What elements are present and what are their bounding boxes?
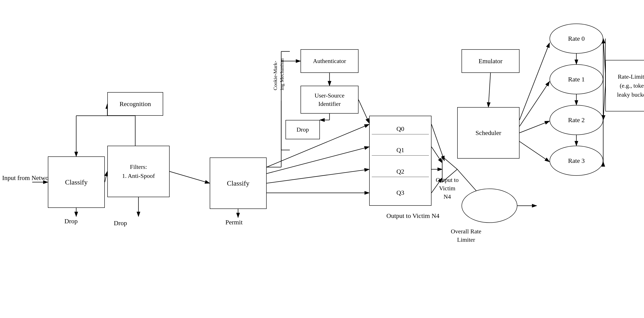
svg-line-36 [520, 81, 550, 127]
svg-line-22 [358, 100, 369, 123]
q1-label: Q1 [372, 145, 429, 156]
svg-line-24 [266, 147, 369, 173]
queues-box: Q0 Q1 Q2 Q3 [369, 116, 432, 206]
diagram-container: Input from Network Classify Drop Filters… [0, 0, 644, 318]
rate-limiter-box: Rate-Limiter(e.g., tokenleaky bucket) [605, 60, 644, 111]
drop1-label: Drop [64, 217, 78, 225]
q2-label: Q2 [372, 166, 429, 177]
rate0-ellipse: Rate 0 [550, 23, 603, 54]
svg-line-34 [488, 73, 490, 107]
input-network-label: Input from Network [2, 173, 54, 182]
svg-line-28 [432, 147, 442, 163]
rate2-ellipse: Rate 2 [550, 105, 603, 135]
svg-line-37 [520, 121, 550, 133]
svg-line-27 [432, 124, 444, 161]
output-victim-label: Output toVictimN4 [436, 176, 459, 201]
svg-line-39 [603, 39, 605, 73]
svg-line-38 [520, 142, 550, 162]
authenticator-box: Authenticator [300, 49, 358, 73]
svg-line-3 [105, 171, 107, 182]
scheduler-box: Scheduler [457, 107, 520, 159]
cookie-marking-label: Cookie-Mark-ing Mechanism [272, 69, 285, 90]
drop2-label: Permit [226, 219, 242, 226]
overall-limiter-ellipse [462, 188, 517, 223]
q0-label: Q0 [372, 123, 429, 134]
classify1-box: Classify [48, 157, 105, 208]
svg-line-40 [603, 86, 605, 120]
drop-box: Drop [286, 120, 320, 139]
filters-box: Filters:1. Anti-Spoof [107, 146, 170, 197]
back-client-label: Drop [114, 219, 127, 228]
recognition-box: Recognition [107, 92, 163, 116]
classify2-box: Classify [210, 158, 266, 209]
emulator-box: Emulator [462, 49, 520, 73]
svg-line-25 [266, 169, 369, 183]
user-source-box: User-SourceIdentifier [300, 86, 358, 114]
q3-label: Q3 [372, 187, 429, 198]
overall-rate-label: Overall RateLimiter [451, 227, 481, 244]
svg-line-35 [520, 43, 550, 120]
permit-label: Output to Victim N4 [386, 212, 440, 219]
rate3-ellipse: Rate 3 [550, 146, 603, 176]
svg-line-5 [170, 171, 210, 183]
rate1-ellipse: Rate 1 [550, 64, 603, 94]
